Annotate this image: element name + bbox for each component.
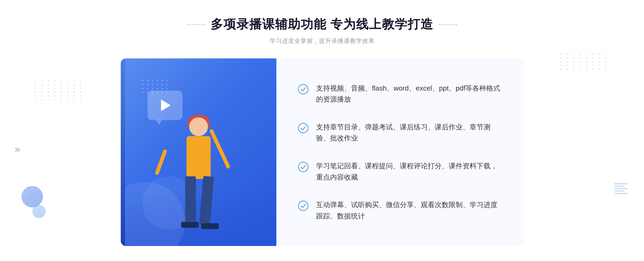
subtitle: 学习进度全掌握，提升录播课教学效果 [187,37,457,45]
person-head [189,117,208,136]
svg-point-0 [298,84,308,94]
feature-text-4: 互动弹幕、试听购买、微信分享、观看次数限制、学习进度跟踪、数据统计 [316,199,502,222]
feature-text-2: 支持章节目录、弹题考试、课后练习、课后作业、章节测验、批改作业 [316,122,502,144]
person-foot-left [181,222,199,228]
chevron-left-icon: » [15,144,20,155]
person-foot-right [201,223,219,229]
illustration-panel [121,58,276,246]
main-title: 多项录播课辅助功能 专为线上教学打造 [211,16,434,33]
feature-item-4: 互动弹幕、试听购买、微信分享、观看次数限制、学习进度跟踪、数据统计 [298,194,502,227]
bg-dots-left [35,80,84,100]
svg-point-1 [298,123,308,133]
content-area: 支持视频、音频、flash、word、excel、ppt、pdf等各种格式的资源… [121,58,523,246]
title-decorator-right [439,24,457,25]
deco-lines [614,183,628,194]
person-leg-left [185,176,196,225]
title-row: 多项录播课辅助功能 专为线上教学打造 [187,16,457,33]
check-icon-3 [298,162,309,172]
header-section: 多项录播课辅助功能 专为线上教学打造 学习进度全掌握，提升录播课教学效果 [187,16,457,45]
title-decorator-left [187,24,205,25]
person-figure [156,96,241,246]
deco-circle-1 [21,186,43,207]
feature-item-2: 支持章节目录、弹题考试、课后练习、课后作业、章节测验、批改作业 [298,116,502,150]
bg-dots-right [560,54,609,70]
deco-circle-2 [32,205,46,218]
feature-item-3: 学习笔记回看、课程提问、课程评论打分、课件资料下载，重点内容收藏 [298,155,502,188]
features-panel: 支持视频、音频、flash、word、excel、ppt、pdf等各种格式的资源… [276,58,523,246]
svg-point-2 [298,162,308,172]
left-accent-bar [121,58,125,246]
feature-text-1: 支持视频、音频、flash、word、excel、ppt、pdf等各种格式的资源… [316,83,502,105]
check-icon-4 [298,200,309,211]
feature-text-3: 学习笔记回看、课程提问、课程评论打分、课件资料下载，重点内容收藏 [316,161,502,183]
feature-item-1: 支持视频、音频、flash、word、excel、ppt、pdf等各种格式的资源… [298,77,502,111]
person-arm-right [209,129,230,169]
person-leg-right [199,176,214,225]
check-icon-2 [298,123,309,133]
person-arm-left [155,149,167,176]
svg-point-3 [298,201,308,211]
check-icon-1 [298,84,309,95]
page-container: » 多项录播课辅助功能 专为线上教学打造 学习进度全掌握，提升录播课教学效果 [0,0,644,261]
person-body [186,136,211,179]
